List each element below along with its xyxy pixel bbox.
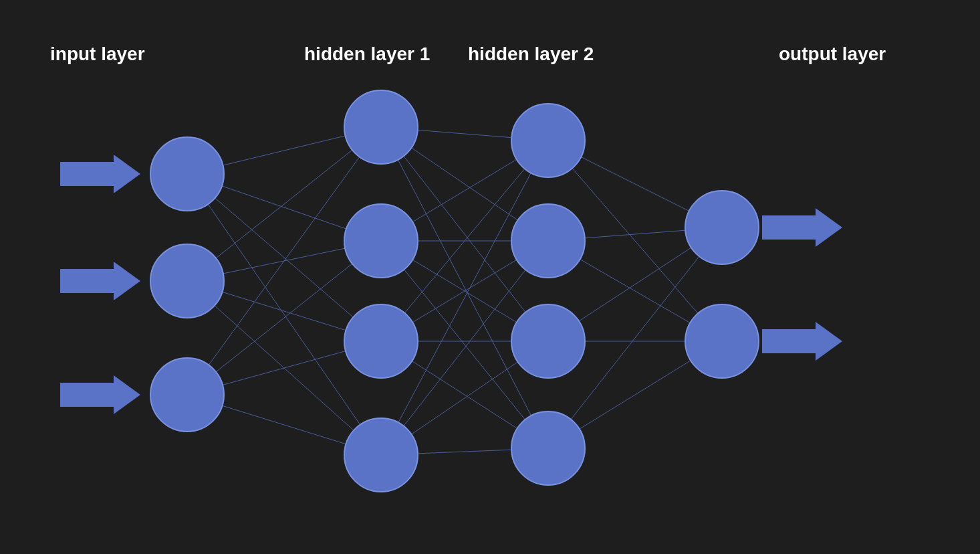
hidden-layer-1-label: hidden layer 1 — [304, 43, 430, 65]
neural-network-diagram — [0, 0, 980, 554]
output-layer-label: output layer — [779, 43, 886, 65]
hidden-layer-2-label: hidden layer 2 — [468, 43, 594, 65]
input-layer-label: input layer — [50, 43, 145, 65]
